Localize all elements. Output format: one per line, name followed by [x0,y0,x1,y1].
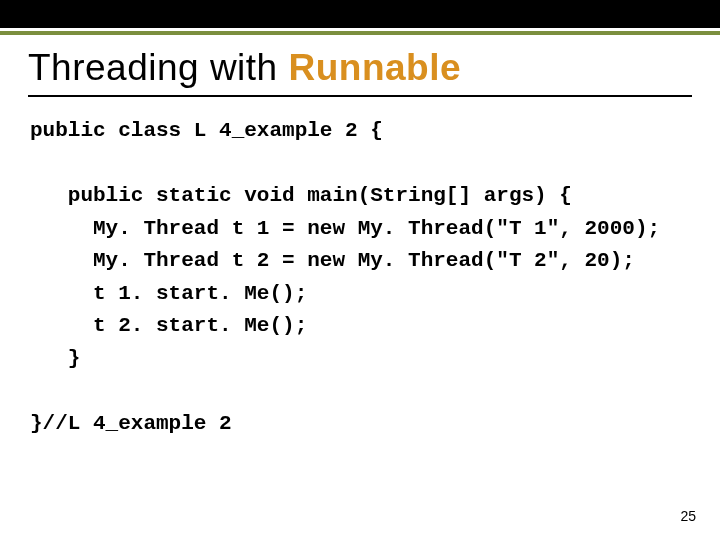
title-accent: Runnable [288,47,461,88]
code-area: public class L 4_example 2 { public stat… [28,115,692,440]
code-blank-2 [30,375,692,408]
code-blank-1 [30,148,692,181]
code-line-1: public class L 4_example 2 { [30,115,692,148]
code-line-7: t 2. start. Me(); [30,310,692,343]
code-line-5: My. Thread t 2 = new My. Thread("T 2", 2… [30,245,692,278]
title-prefix: Threading with [28,47,288,88]
code-line-6: t 1. start. Me(); [30,278,692,311]
slide-title: Threading with Runnable [28,47,692,97]
code-line-10: }//L 4_example 2 [30,408,692,441]
code-line-8: } [30,343,692,376]
slide-content: Threading with Runnable public class L 4… [0,35,720,440]
page-number: 25 [680,508,696,524]
code-line-3: public static void main(String[] args) { [30,180,692,213]
top-black-bar [0,0,720,28]
code-line-4: My. Thread t 1 = new My. Thread("T 1", 2… [30,213,692,246]
